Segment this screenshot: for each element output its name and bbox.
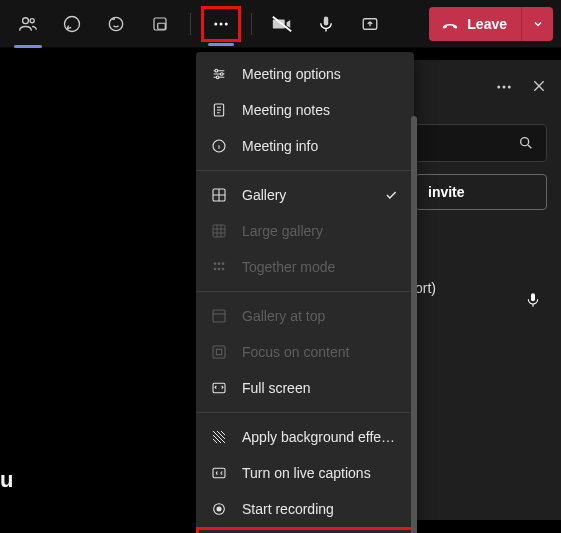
- together-icon: [210, 258, 228, 276]
- search-input[interactable]: [415, 124, 547, 162]
- share-button[interactable]: [350, 4, 390, 44]
- menu-divider: [196, 291, 414, 292]
- svg-rect-33: [213, 468, 225, 477]
- svg-point-11: [497, 86, 500, 89]
- menu-focus-content: Focus on content: [196, 334, 414, 370]
- menu-label: Turn on live captions: [242, 465, 400, 481]
- svg-point-25: [222, 262, 225, 265]
- menu-gallery-at-top: Gallery at top: [196, 298, 414, 334]
- share-invite-button[interactable]: invite: [415, 174, 547, 210]
- menu-label: Focus on content: [242, 344, 400, 360]
- svg-rect-30: [213, 346, 225, 358]
- menu-label: Apply background effe…: [242, 429, 400, 445]
- menu-label: Gallery: [242, 187, 370, 203]
- svg-rect-5: [158, 23, 166, 29]
- menu-meeting-notes[interactable]: Meeting notes: [196, 92, 414, 128]
- svg-rect-29: [213, 310, 225, 322]
- menu-label: Gallery at top: [242, 308, 400, 324]
- grid-3x3-icon: [210, 222, 228, 240]
- menu-gallery[interactable]: Gallery: [196, 177, 414, 213]
- hangup-icon: [441, 15, 459, 33]
- menu-live-captions[interactable]: Turn on live captions: [196, 455, 414, 491]
- reactions-button[interactable]: [96, 4, 136, 44]
- menu-label: Meeting info: [242, 138, 400, 154]
- menu-together-mode: Together mode: [196, 249, 414, 285]
- menu-label: Together mode: [242, 259, 400, 275]
- svg-point-23: [214, 262, 217, 265]
- menu-start-recording[interactable]: Start recording: [196, 491, 414, 527]
- toolbar-separator: [251, 13, 252, 35]
- record-icon: [210, 500, 228, 518]
- menu-divider: [196, 412, 414, 413]
- menu-large-gallery: Large gallery: [196, 213, 414, 249]
- svg-point-18: [216, 76, 219, 79]
- side-panel: invite ort): [401, 60, 561, 520]
- leave-button-group: Leave: [429, 7, 553, 41]
- chat-button[interactable]: [52, 4, 92, 44]
- menu-full-screen[interactable]: Full screen: [196, 370, 414, 406]
- menu-divider: [196, 170, 414, 171]
- cc-icon: [210, 464, 228, 482]
- menu-label: Meeting options: [242, 66, 400, 82]
- svg-point-28: [222, 268, 225, 271]
- menu-background-effects[interactable]: Apply background effe…: [196, 419, 414, 455]
- background-icon: [210, 428, 228, 446]
- svg-rect-4: [154, 18, 166, 30]
- svg-point-17: [220, 73, 223, 76]
- gallery-top-icon: [210, 307, 228, 325]
- people-button[interactable]: [8, 4, 48, 44]
- panel-more-button[interactable]: [495, 78, 513, 96]
- menu-label: Meeting notes: [242, 102, 400, 118]
- menu-meeting-options[interactable]: Meeting options: [196, 56, 414, 92]
- info-icon: [210, 137, 228, 155]
- svg-point-24: [218, 262, 221, 265]
- svg-point-1: [30, 18, 34, 22]
- mic-button[interactable]: [306, 4, 346, 44]
- ellipsis-icon: [495, 78, 513, 96]
- check-icon: [384, 188, 400, 202]
- svg-rect-31: [216, 349, 221, 354]
- menu-scrollbar[interactable]: [411, 116, 417, 533]
- fullscreen-icon: [210, 379, 228, 397]
- svg-point-3: [109, 17, 122, 30]
- svg-point-12: [503, 86, 506, 89]
- focus-icon: [210, 343, 228, 361]
- svg-rect-9: [324, 16, 329, 25]
- menu-label: Large gallery: [242, 223, 400, 239]
- leave-button[interactable]: Leave: [429, 7, 521, 41]
- leave-caret-button[interactable]: [521, 7, 553, 41]
- svg-point-16: [215, 69, 218, 72]
- invite-label: invite: [428, 184, 465, 200]
- svg-point-7: [220, 22, 223, 25]
- more-actions-button[interactable]: [204, 9, 238, 39]
- menu-meeting-info[interactable]: Meeting info: [196, 128, 414, 164]
- svg-point-27: [218, 268, 221, 271]
- participant-mic-icon[interactable]: [525, 292, 541, 308]
- menu-label: Full screen: [242, 380, 400, 396]
- svg-point-35: [217, 507, 221, 511]
- svg-rect-22: [213, 225, 225, 237]
- cropped-text-fragment: u: [0, 467, 13, 493]
- svg-point-14: [521, 138, 529, 146]
- svg-rect-15: [531, 293, 535, 301]
- svg-rect-32: [213, 383, 225, 392]
- panel-close-button[interactable]: [531, 78, 547, 96]
- search-icon: [518, 135, 534, 151]
- menu-label: Start recording: [242, 501, 400, 517]
- svg-point-8: [225, 22, 228, 25]
- rooms-button[interactable]: [140, 4, 180, 44]
- meeting-toolbar: Leave: [0, 0, 561, 48]
- svg-point-6: [214, 22, 217, 25]
- grid-2x2-icon: [210, 186, 228, 204]
- chevron-down-icon: [532, 18, 544, 30]
- mic-icon: [525, 292, 541, 308]
- leave-label: Leave: [467, 16, 507, 32]
- settings-sliders-icon: [210, 65, 228, 83]
- menu-start-transcription[interactable]: Start transcription: [196, 527, 414, 533]
- toolbar-separator: [190, 13, 191, 35]
- svg-point-26: [214, 268, 217, 271]
- notes-icon: [210, 101, 228, 119]
- svg-point-0: [23, 17, 29, 23]
- camera-button[interactable]: [262, 4, 302, 44]
- more-actions-highlight: [201, 6, 241, 42]
